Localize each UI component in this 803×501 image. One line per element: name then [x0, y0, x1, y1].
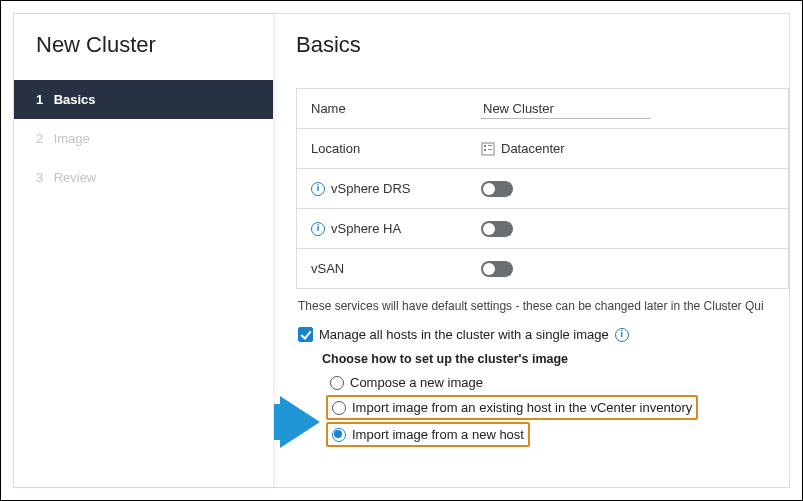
- label-location: Location: [311, 141, 481, 156]
- option-compose[interactable]: Compose a new image: [326, 372, 487, 393]
- manage-image-checkbox[interactable]: [298, 327, 313, 342]
- step-num: 3: [36, 170, 50, 185]
- row-vsan: vSAN: [297, 249, 788, 289]
- step-review[interactable]: 3 Review: [14, 158, 273, 197]
- svg-rect-2: [488, 145, 492, 146]
- image-setup-heading: Choose how to set up the cluster's image: [322, 352, 789, 366]
- datacenter-icon: [481, 142, 495, 156]
- services-note: These services will have default setting…: [298, 299, 787, 313]
- manage-image-label: Manage all hosts in the cluster with a s…: [319, 327, 609, 342]
- panel-title: Basics: [296, 32, 789, 58]
- step-basics[interactable]: 1 Basics: [14, 80, 273, 119]
- step-num: 1: [36, 92, 50, 107]
- row-name: Name: [297, 89, 788, 129]
- svg-marker-5: [274, 396, 320, 448]
- radio-import-new[interactable]: [332, 428, 346, 442]
- manage-image-row: Manage all hosts in the cluster with a s…: [298, 327, 789, 342]
- step-image[interactable]: 2 Image: [14, 119, 273, 158]
- image-setup-options: Compose a new image Import image from an…: [326, 372, 789, 447]
- row-location: Location Datacenter: [297, 129, 788, 169]
- option-import-existing[interactable]: Import image from an existing host in th…: [326, 395, 698, 420]
- step-label: Basics: [54, 92, 96, 107]
- callout-arrow-icon: [274, 396, 320, 448]
- location-value: Datacenter: [501, 141, 565, 156]
- wizard-title: New Cluster: [14, 32, 273, 80]
- toggle-drs[interactable]: [481, 181, 513, 197]
- cluster-name-input[interactable]: [481, 99, 651, 119]
- wizard-sidebar: New Cluster 1 Basics 2 Image 3 Review: [14, 14, 274, 487]
- info-icon[interactable]: i: [311, 222, 325, 236]
- row-drs: i vSphere DRS: [297, 169, 788, 209]
- radio-compose[interactable]: [330, 376, 344, 390]
- step-label: Review: [54, 170, 97, 185]
- step-label: Image: [54, 131, 90, 146]
- label-drs: vSphere DRS: [331, 181, 410, 196]
- svg-rect-3: [484, 149, 486, 151]
- step-num: 2: [36, 131, 50, 146]
- option-import-new[interactable]: Import image from a new host: [326, 422, 530, 447]
- main-panel: Basics Name Location Datacenter: [274, 14, 789, 487]
- toggle-vsan[interactable]: [481, 261, 513, 277]
- info-icon[interactable]: i: [311, 182, 325, 196]
- option-import-new-label: Import image from a new host: [352, 427, 524, 442]
- info-icon[interactable]: i: [615, 328, 629, 342]
- option-compose-label: Compose a new image: [350, 375, 483, 390]
- label-name: Name: [311, 101, 481, 116]
- label-vsan: vSAN: [311, 261, 344, 276]
- settings-table: Name Location Datacenter: [296, 88, 789, 289]
- svg-rect-1: [484, 145, 486, 147]
- toggle-ha[interactable]: [481, 221, 513, 237]
- label-ha: vSphere HA: [331, 221, 401, 236]
- radio-import-existing[interactable]: [332, 401, 346, 415]
- svg-rect-4: [488, 149, 492, 150]
- row-ha: i vSphere HA: [297, 209, 788, 249]
- option-import-existing-label: Import image from an existing host in th…: [352, 400, 692, 415]
